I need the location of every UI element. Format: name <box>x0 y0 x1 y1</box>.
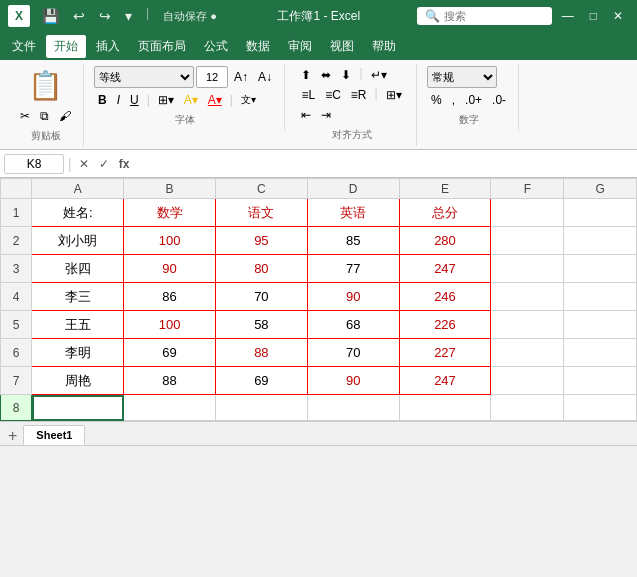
cell-F5[interactable] <box>491 311 564 339</box>
cell-G4[interactable] <box>564 283 637 311</box>
format-painter-button[interactable]: 🖌 <box>55 107 75 125</box>
number-format-select[interactable]: 常规 <box>427 66 497 88</box>
menu-view[interactable]: 视图 <box>322 35 362 58</box>
row-header-4[interactable]: 4 <box>1 283 32 311</box>
indent-right-button[interactable]: ⇥ <box>317 106 335 124</box>
menu-home[interactable]: 开始 <box>46 35 86 58</box>
cell-A7[interactable]: 周艳 <box>32 367 124 395</box>
row-header-6[interactable]: 6 <box>1 339 32 367</box>
menu-file[interactable]: 文件 <box>4 35 44 58</box>
col-header-F[interactable]: F <box>491 179 564 199</box>
menu-formulas[interactable]: 公式 <box>196 35 236 58</box>
cell-A6[interactable]: 李明 <box>32 339 124 367</box>
cell-A5[interactable]: 王五 <box>32 311 124 339</box>
cell-D3[interactable]: 77 <box>307 255 399 283</box>
cell-G8[interactable] <box>564 395 637 421</box>
comma-button[interactable]: , <box>448 91 459 109</box>
minimize-button[interactable]: — <box>556 7 580 25</box>
font-color-button[interactable]: A▾ <box>204 91 226 109</box>
cell-B4[interactable]: 86 <box>124 283 216 311</box>
col-header-D[interactable]: D <box>307 179 399 199</box>
add-sheet-button[interactable]: + <box>4 427 21 445</box>
cell-B1[interactable]: 数学 <box>124 199 216 227</box>
cell-C2[interactable]: 95 <box>215 227 307 255</box>
sheet-tab-sheet1[interactable]: Sheet1 <box>23 425 85 445</box>
cell-F7[interactable] <box>491 367 564 395</box>
italic-button[interactable]: I <box>113 91 124 109</box>
menu-help[interactable]: 帮助 <box>364 35 404 58</box>
wrap-button[interactable]: ↵▾ <box>367 66 391 84</box>
cell-G7[interactable] <box>564 367 637 395</box>
cell-B2[interactable]: 100 <box>124 227 216 255</box>
cell-F4[interactable] <box>491 283 564 311</box>
merge-button[interactable]: ⊞▾ <box>382 86 406 104</box>
fill-color-button[interactable]: A▾ <box>180 91 202 109</box>
bold-button[interactable]: B <box>94 91 111 109</box>
cell-A2[interactable]: 刘小明 <box>32 227 124 255</box>
align-right-button[interactable]: ≡R <box>347 86 371 104</box>
font-size-input[interactable] <box>196 66 228 88</box>
col-header-A[interactable]: A <box>32 179 124 199</box>
align-left-button[interactable]: ≡L <box>297 86 319 104</box>
menu-data[interactable]: 数据 <box>238 35 278 58</box>
cell-B6[interactable]: 69 <box>124 339 216 367</box>
align-center-button[interactable]: ≡C <box>321 86 345 104</box>
row-header-3[interactable]: 3 <box>1 255 32 283</box>
font-name-select[interactable]: 等线 <box>94 66 194 88</box>
cell-B7[interactable]: 88 <box>124 367 216 395</box>
align-middle-button[interactable]: ⬌ <box>317 66 335 84</box>
cell-D8[interactable] <box>307 395 399 421</box>
row-header-5[interactable]: 5 <box>1 311 32 339</box>
cell-G2[interactable] <box>564 227 637 255</box>
cut-button[interactable]: ✂ <box>16 107 34 125</box>
cell-E2[interactable]: 280 <box>399 227 491 255</box>
cell-C4[interactable]: 70 <box>215 283 307 311</box>
cell-C6[interactable]: 88 <box>215 339 307 367</box>
paste-button[interactable]: 📋 <box>21 66 70 105</box>
wrap-text-button[interactable]: 文▾ <box>237 91 260 109</box>
cell-C1[interactable]: 语文 <box>215 199 307 227</box>
close-button[interactable]: ✕ <box>607 7 629 25</box>
cell-G5[interactable] <box>564 311 637 339</box>
row-header-1[interactable]: 1 <box>1 199 32 227</box>
search-input[interactable] <box>444 10 544 22</box>
cell-D7[interactable]: 90 <box>307 367 399 395</box>
row-header-2[interactable]: 2 <box>1 227 32 255</box>
cell-C7[interactable]: 69 <box>215 367 307 395</box>
cell-D5[interactable]: 68 <box>307 311 399 339</box>
cell-A4[interactable]: 李三 <box>32 283 124 311</box>
decrease-font-btn[interactable]: A↓ <box>254 68 276 86</box>
menu-insert[interactable]: 插入 <box>88 35 128 58</box>
cell-F1[interactable] <box>491 199 564 227</box>
increase-decimal-button[interactable]: .0+ <box>461 91 486 109</box>
cancel-formula-button[interactable]: ✕ <box>76 156 92 172</box>
cell-D4[interactable]: 90 <box>307 283 399 311</box>
insert-function-button[interactable]: fx <box>116 156 133 172</box>
cell-G3[interactable] <box>564 255 637 283</box>
col-header-E[interactable]: E <box>399 179 491 199</box>
confirm-formula-button[interactable]: ✓ <box>96 156 112 172</box>
col-header-G[interactable]: G <box>564 179 637 199</box>
search-box[interactable]: 🔍 <box>417 7 552 25</box>
cell-D2[interactable]: 85 <box>307 227 399 255</box>
percent-button[interactable]: % <box>427 91 446 109</box>
align-bottom-button[interactable]: ⬇ <box>337 66 355 84</box>
decrease-decimal-button[interactable]: .0- <box>488 91 510 109</box>
cell-F2[interactable] <box>491 227 564 255</box>
col-header-C[interactable]: C <box>215 179 307 199</box>
cell-B8[interactable] <box>124 395 216 421</box>
cell-E8[interactable] <box>399 395 491 421</box>
cell-E1[interactable]: 总分 <box>399 199 491 227</box>
maximize-button[interactable]: □ <box>584 7 603 25</box>
indent-left-button[interactable]: ⇤ <box>297 106 315 124</box>
cell-reference-input[interactable]: K8 <box>4 154 64 174</box>
cell-G6[interactable] <box>564 339 637 367</box>
cell-G1[interactable] <box>564 199 637 227</box>
customize-button[interactable]: ▾ <box>121 6 136 26</box>
row-header-8[interactable]: 8 <box>1 395 32 421</box>
copy-button[interactable]: ⧉ <box>36 107 53 125</box>
cell-E4[interactable]: 246 <box>399 283 491 311</box>
cell-A8[interactable] <box>32 395 124 421</box>
undo-button[interactable]: ↩ <box>69 6 89 26</box>
cell-C8[interactable] <box>215 395 307 421</box>
